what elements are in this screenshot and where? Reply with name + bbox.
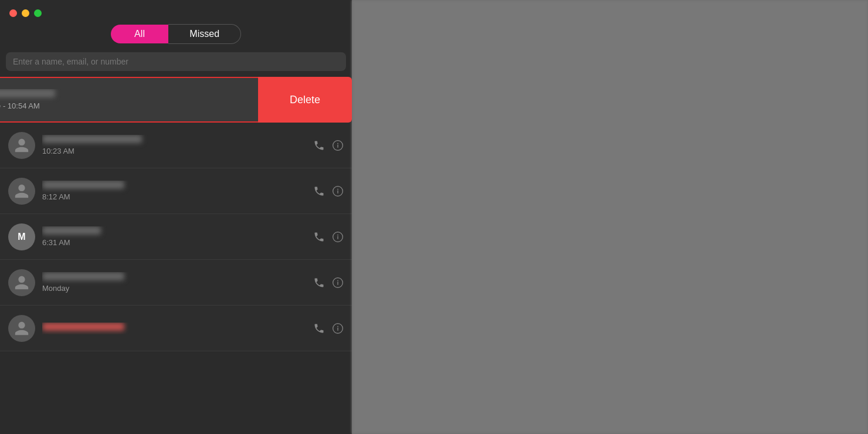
avatar-6 [8, 315, 35, 342]
filter-tabs: All Missed [0, 24, 352, 52]
call-actions-6 [313, 323, 344, 334]
call-action-info-3[interactable] [332, 185, 344, 197]
sidebar: All Missed TM [0, 0, 352, 434]
call-item-2[interactable]: 10:23 AM [0, 123, 352, 168]
call-action-phone-6[interactable] [313, 323, 325, 334]
contact-name-blurred-5 [42, 272, 124, 280]
call-time-4: 6:31 AM [42, 238, 313, 247]
call-action-info-6[interactable] [332, 323, 344, 334]
call-action-phone-5[interactable] [313, 277, 325, 289]
call-info-4: 6:31 AM [42, 226, 313, 247]
call-item-wrapper-1: TM FaceTime - 10:54 AM De [0, 77, 352, 123]
call-action-phone-3[interactable] [313, 185, 325, 197]
avatar-2 [8, 132, 35, 159]
call-info-5: Monday [42, 272, 313, 293]
call-actions-3 [313, 185, 344, 197]
call-detail-1: FaceTime - 10:54 AM [0, 101, 255, 111]
call-action-phone-4[interactable] [313, 231, 325, 243]
tab-missed[interactable]: Missed [168, 24, 241, 44]
maximize-button[interactable] [34, 9, 42, 17]
call-info-6 [42, 323, 313, 334]
call-item-4[interactable]: M 6:31 AM [0, 214, 352, 260]
call-actions-2 [313, 140, 344, 151]
call-action-info-5[interactable] [332, 277, 344, 289]
search-container [0, 52, 352, 77]
avatar-m: M [8, 223, 35, 250]
search-input[interactable] [6, 52, 346, 71]
call-action-info-4[interactable] [332, 231, 344, 243]
close-button[interactable] [9, 9, 17, 17]
tab-all[interactable]: All [111, 25, 168, 43]
call-time-5: Monday [42, 284, 313, 293]
call-actions-4 [313, 231, 344, 243]
call-item-3[interactable]: 8:12 AM [0, 168, 352, 214]
delete-button[interactable]: Delete [258, 77, 352, 123]
avatar-3 [8, 178, 35, 205]
avatar-5 [8, 269, 35, 296]
call-action-phone-2[interactable] [313, 140, 325, 151]
call-item-1[interactable]: TM FaceTime - 10:54 AM [0, 77, 264, 123]
contact-name-blurred-1 [0, 89, 55, 97]
call-item-5[interactable]: Monday [0, 260, 352, 306]
call-actions-5 [313, 277, 344, 289]
contact-name-blurred-2 [42, 135, 142, 143]
call-list: TM FaceTime - 10:54 AM De [0, 77, 352, 434]
main-content [352, 0, 868, 434]
call-info-1: FaceTime - 10:54 AM [0, 89, 255, 111]
call-item-6[interactable] [0, 306, 352, 351]
call-time-2: 10:23 AM [42, 147, 313, 155]
traffic-lights [0, 0, 352, 24]
call-info-2: 10:23 AM [42, 135, 313, 155]
call-action-info-2[interactable] [332, 140, 344, 151]
contact-name-blurred-4 [42, 226, 101, 235]
contact-name-blurred-6 [42, 323, 124, 331]
call-info-3: 8:12 AM [42, 181, 313, 201]
call-time-1: FaceTime - 10:54 AM [0, 101, 40, 110]
contact-name-blurred-3 [42, 181, 124, 189]
call-time-3: 8:12 AM [42, 192, 313, 201]
minimize-button[interactable] [22, 9, 29, 17]
